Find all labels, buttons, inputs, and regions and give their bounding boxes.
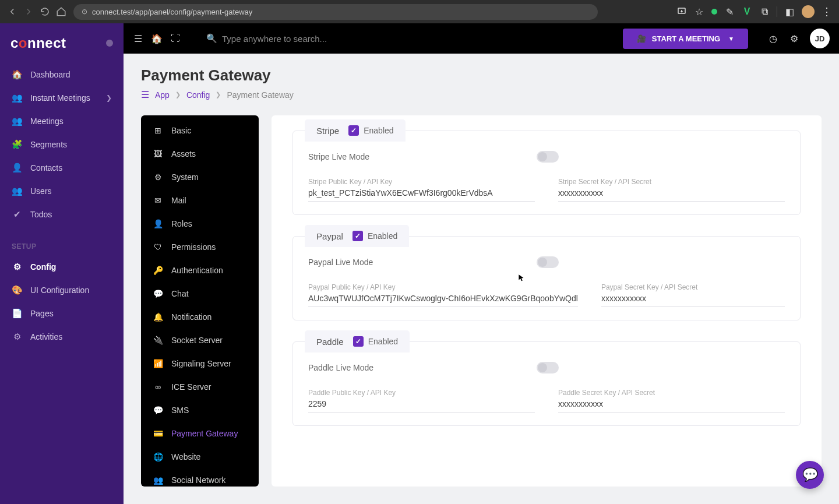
sidebar-item-label: Segments <box>30 140 67 149</box>
live-mode-toggle[interactable] <box>537 151 559 163</box>
home-icon[interactable]: 🏠 <box>151 33 162 44</box>
signaling-server-icon: 📶 <box>153 359 163 368</box>
palette-icon: 🎨 <box>12 285 22 295</box>
live-mode-toggle[interactable] <box>537 256 559 268</box>
sidebar-item-activities[interactable]: ⚙Activities <box>0 325 124 348</box>
live-mode-toggle[interactable] <box>537 362 559 373</box>
secret-key-label: Stripe Secret Key / API Secret <box>558 178 785 186</box>
config-nav-item-ice-server[interactable]: ∞ICE Server <box>141 375 259 399</box>
breadcrumb-config[interactable]: Config <box>186 90 210 100</box>
config-nav-item-notification[interactable]: 🔔Notification <box>141 305 259 329</box>
sidebar-item-label: Todos <box>30 210 52 219</box>
public-key-value: pk_test_PCTziStiaYwX6ECwFWf3I6rg00kErVdb… <box>308 188 535 198</box>
sidepanel-icon[interactable]: ◧ <box>784 6 795 17</box>
start-meeting-button[interactable]: 🎥 START A MEETING ▼ <box>623 29 748 49</box>
menu-toggle-icon[interactable]: ☰ <box>133 33 143 44</box>
extensions-icon[interactable]: ⧉ <box>759 6 770 17</box>
secret-key-value: xxxxxxxxxxx <box>558 188 785 198</box>
secret-key-field[interactable]: Paddle Secret Key / API Secret xxxxxxxxx… <box>558 389 785 413</box>
config-nav-item-permissions[interactable]: 🛡Permissions <box>141 235 259 259</box>
puzzle-icon: 🧩 <box>12 139 22 150</box>
sidebar-item-segments[interactable]: 🧩Segments <box>0 133 124 156</box>
sidebar-item-label: Activities <box>30 332 62 341</box>
breadcrumb-current: Payment Gateway <box>227 90 293 100</box>
config-nav-item-website[interactable]: 🌐Website <box>141 445 259 468</box>
extension-status-dot[interactable] <box>711 9 717 15</box>
page-header: Payment Gateway ☰ App ❯ Config ❯ Payment… <box>124 54 839 105</box>
browser-home-icon[interactable] <box>56 6 66 17</box>
browser-menu-icon[interactable]: ⋮ <box>822 6 832 17</box>
gateway-enable-toggle[interactable]: Enabled <box>353 336 398 347</box>
config-nav-item-roles[interactable]: 👤Roles <box>141 212 259 235</box>
sidebar-section-setup: SETUP <box>0 232 124 255</box>
public-key-label: Paypal Public Key / API Key <box>308 283 578 291</box>
config-nav-label: Socket Server <box>171 336 223 345</box>
secret-key-field[interactable]: Paypal Secret Key / API Secret xxxxxxxxx… <box>601 283 785 307</box>
config-nav-item-authentication[interactable]: 🔑Authentication <box>141 259 259 282</box>
gateway-enable-toggle[interactable]: Enabled <box>352 231 397 241</box>
sidebar-item-pages[interactable]: 📄Pages <box>0 302 124 325</box>
home-icon: 🏠 <box>12 69 22 80</box>
sidebar-item-ui-configuration[interactable]: 🎨UI Configuration <box>0 279 124 302</box>
checkbox-checked-icon <box>352 231 363 241</box>
sidebar-item-dashboard[interactable]: 🏠Dashboard <box>0 63 124 86</box>
config-nav-item-socket-server[interactable]: 🔌Socket Server <box>141 329 259 352</box>
browser-profile-avatar[interactable] <box>802 5 815 18</box>
secret-key-field[interactable]: Stripe Secret Key / API Secret xxxxxxxxx… <box>558 178 785 202</box>
config-nav-item-basic[interactable]: ⊞Basic <box>141 119 259 142</box>
sidebar-item-todos[interactable]: ✔Todos <box>0 203 124 226</box>
sidebar-item-contacts[interactable]: 👤Contacts <box>0 156 124 179</box>
public-key-field[interactable]: Paddle Public Key / API Key 2259 <box>308 389 535 413</box>
config-nav-item-chat[interactable]: 💬Chat <box>141 282 259 305</box>
public-key-label: Paddle Public Key / API Key <box>308 389 535 397</box>
breadcrumb-menu-icon[interactable]: ☰ <box>141 89 149 100</box>
breadcrumb-app[interactable]: App <box>155 90 170 100</box>
install-app-icon[interactable] <box>676 6 687 17</box>
secret-key-label: Paypal Secret Key / API Secret <box>601 283 785 291</box>
config-nav-item-social-network[interactable]: 👥Social Network <box>141 468 259 487</box>
help-icon[interactable]: ◷ <box>768 33 778 44</box>
config-nav-item-signaling-server[interactable]: 📶Signaling Server <box>141 352 259 375</box>
settings-gears-icon[interactable]: ⚙ <box>789 33 799 44</box>
config-nav-label: Basic <box>171 126 191 135</box>
browser-url-bar[interactable]: ⊙ connect.test/app/panel/config/payment-… <box>73 4 598 20</box>
chat-fab[interactable]: 💬 <box>796 461 824 489</box>
gateway-enable-toggle[interactable]: Enabled <box>348 125 393 136</box>
global-search[interactable]: 🔍 Type anywhere to search... <box>189 33 480 44</box>
extension-pen-icon[interactable]: ✎ <box>724 6 735 17</box>
system-icon: ⚙ <box>153 172 163 182</box>
bookmark-star-icon[interactable]: ☆ <box>694 6 704 17</box>
separator <box>777 6 777 17</box>
config-nav-label: Signaling Server <box>171 359 231 368</box>
search-placeholder: Type anywhere to search... <box>222 34 327 44</box>
config-subnav: ⊞Basic🖼Assets⚙System✉Mail👤Roles🛡Permissi… <box>141 115 259 487</box>
config-nav-item-sms[interactable]: 💬SMS <box>141 399 259 422</box>
browser-reload-icon[interactable] <box>40 6 50 17</box>
config-nav-item-payment-gateway[interactable]: 💳Payment Gateway <box>141 422 259 445</box>
assets-icon: 🖼 <box>153 149 163 158</box>
sidebar-item-instant-meetings[interactable]: 👥Instant Meetings❯ <box>0 86 124 110</box>
public-key-field[interactable]: Stripe Public Key / API Key pk_test_PCTz… <box>308 178 535 202</box>
config-nav-item-mail[interactable]: ✉Mail <box>141 189 259 212</box>
live-mode-label: Paypal Live Mode <box>308 258 373 267</box>
config-nav-item-system[interactable]: ⚙System <box>141 165 259 189</box>
browser-back-icon[interactable] <box>7 6 17 17</box>
browser-forward-icon[interactable] <box>23 6 34 17</box>
sidebar-item-users[interactable]: 👥Users <box>0 179 124 203</box>
public-key-field[interactable]: Paypal Public Key / API Key AUc3wqTWUJfO… <box>308 283 578 307</box>
socket-server-icon: 🔌 <box>153 336 163 345</box>
sidebar-item-config[interactable]: ⚙Config <box>0 255 124 279</box>
user-avatar[interactable]: JD <box>810 29 830 48</box>
app-logo[interactable]: connect <box>10 35 66 51</box>
permissions-icon: 🛡 <box>153 242 163 252</box>
config-nav-label: Permissions <box>171 242 216 252</box>
users-icon: 👥 <box>12 186 22 196</box>
site-info-icon[interactable]: ⊙ <box>82 8 87 16</box>
sidebar-collapse-icon[interactable] <box>106 40 113 47</box>
sidebar-item-label: Instant Meetings <box>30 93 90 103</box>
extension-v-icon[interactable]: V <box>742 6 752 17</box>
config-nav-item-assets[interactable]: 🖼Assets <box>141 142 259 165</box>
sidebar-item-meetings[interactable]: 👥Meetings <box>0 110 124 133</box>
checkbox-checked-icon <box>353 336 364 347</box>
fullscreen-icon[interactable]: ⛶ <box>170 33 181 44</box>
